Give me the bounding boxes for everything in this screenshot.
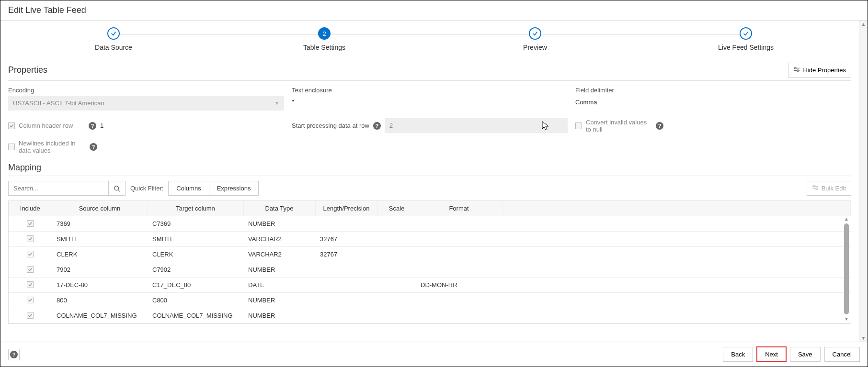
format-cell: [416, 308, 502, 323]
help-icon[interactable]: ?: [89, 122, 96, 130]
scroll-up-icon[interactable]: ▲: [843, 215, 850, 222]
dtype-cell: VARCHAR2: [243, 247, 315, 262]
text-enclosure-value: ": [292, 96, 568, 109]
text-enclosure-label: Text enclosure: [292, 87, 568, 94]
col-format[interactable]: Format: [416, 201, 502, 216]
svg-point-3: [797, 70, 799, 72]
column-header-row-checkbox[interactable]: [8, 122, 15, 129]
col-scale[interactable]: Scale: [377, 201, 416, 216]
wizard-stepper: Data Source 2 Table Settings Preview: [8, 21, 851, 60]
source-cell: SMITH: [52, 232, 148, 247]
bulk-edit-label: Bulk Edit: [822, 185, 846, 192]
filter-expressions-button[interactable]: Expressions: [209, 181, 259, 195]
start-row-label: Start processing data at row: [292, 122, 369, 129]
search-input[interactable]: [8, 181, 109, 196]
help-icon[interactable]: ?: [656, 122, 663, 130]
mapping-table: Include Source column Target column Data…: [9, 201, 851, 323]
include-checkbox[interactable]: [27, 312, 34, 319]
sliders-icon: [812, 184, 819, 192]
target-cell: SMITH: [148, 232, 243, 247]
step-preview-icon[interactable]: [529, 27, 541, 40]
scroll-thumb[interactable]: [844, 223, 849, 314]
step-table-settings-icon[interactable]: 2: [318, 27, 331, 40]
scale-cell: [377, 262, 416, 278]
col-source[interactable]: Source column: [52, 201, 148, 216]
col-target[interactable]: Target column: [148, 201, 243, 216]
table-scrollbar[interactable]: ▲ ▼: [843, 215, 850, 323]
bulk-edit-button[interactable]: Bulk Edit: [807, 181, 851, 196]
table-row[interactable]: SMITHSMITHVARCHAR232767: [9, 232, 851, 247]
dtype-cell: NUMBER: [243, 308, 315, 323]
source-cell: 7902: [52, 262, 148, 278]
target-cell: C7902: [148, 262, 243, 278]
dtype-cell: DATE: [243, 278, 315, 293]
format-cell: [416, 247, 502, 262]
hide-properties-label: Hide Properties: [803, 67, 846, 74]
source-cell: 17-DEC-80: [52, 278, 148, 293]
help-icon[interactable]: ?: [90, 143, 97, 151]
step-live-feed-label: Live Feed Settings: [718, 44, 774, 51]
source-cell: 800: [52, 293, 148, 308]
target-cell: C7369: [148, 216, 243, 232]
save-button[interactable]: Save: [790, 347, 821, 362]
col-dtype[interactable]: Data Type: [243, 201, 315, 216]
filter-columns-button[interactable]: Columns: [169, 181, 208, 195]
encoding-select[interactable]: US7ASCII - ASCII 7-bit American ▼: [8, 96, 284, 111]
scroll-up-icon[interactable]: ▲: [859, 21, 868, 28]
step-live-feed-icon[interactable]: [740, 27, 752, 40]
table-row[interactable]: CLERKCLERKVARCHAR232767: [9, 247, 851, 262]
target-cell: C800: [148, 293, 243, 308]
len-cell: [315, 216, 377, 232]
search-icon: [114, 185, 120, 192]
dtype-cell: NUMBER: [243, 293, 315, 308]
format-cell: [416, 262, 502, 278]
start-row-input[interactable]: [385, 118, 568, 133]
hide-properties-button[interactable]: Hide Properties: [788, 63, 851, 78]
table-row[interactable]: 7902C7902NUMBER: [9, 262, 851, 278]
col-include[interactable]: Include: [9, 201, 52, 216]
help-button[interactable]: ?: [8, 349, 20, 360]
source-cell: COLNAME_COL7_MISSING: [52, 308, 148, 323]
table-row[interactable]: COLNAME_COL7_MISSINGCOLNAME_COL7_MISSING…: [9, 308, 851, 323]
dtype-cell: NUMBER: [243, 216, 315, 232]
scroll-down-icon[interactable]: ▼: [859, 334, 868, 342]
back-button[interactable]: Back: [723, 347, 753, 362]
newlines-label: Newlines included in data values: [19, 140, 86, 154]
include-checkbox[interactable]: [27, 281, 34, 288]
format-cell: DD-MON-RR: [416, 278, 502, 293]
dtype-cell: VARCHAR2: [243, 232, 315, 247]
len-cell: 32767: [315, 232, 377, 247]
include-checkbox[interactable]: [27, 220, 34, 227]
table-row[interactable]: 800C800NUMBER: [9, 293, 851, 308]
search-button[interactable]: [109, 181, 126, 196]
next-button[interactable]: Next: [757, 347, 786, 362]
convert-null-checkbox[interactable]: [575, 122, 582, 129]
step-number: 2: [322, 30, 326, 37]
step-data-source-icon[interactable]: [107, 27, 120, 40]
step-table-settings-label: Table Settings: [303, 44, 345, 51]
include-checkbox[interactable]: [27, 235, 34, 242]
help-icon[interactable]: ?: [373, 122, 381, 130]
table-row[interactable]: 7369C7369NUMBER: [9, 216, 851, 232]
field-delimiter-value: Comma: [575, 96, 851, 109]
source-cell: 7369: [52, 216, 148, 232]
include-checkbox[interactable]: [27, 251, 34, 257]
cancel-button[interactable]: Cancel: [824, 347, 860, 362]
include-checkbox[interactable]: [27, 297, 34, 303]
chevron-down-icon: ▼: [274, 100, 279, 106]
scroll-down-icon[interactable]: ▼: [843, 315, 850, 323]
len-cell: 32767: [315, 247, 377, 262]
len-cell: [315, 262, 377, 278]
table-row[interactable]: 17-DEC-80C17_DEC_80DATEDD-MON-RR: [9, 278, 851, 293]
svg-line-5: [118, 189, 120, 191]
newlines-checkbox[interactable]: [8, 144, 15, 150]
include-checkbox[interactable]: [27, 266, 34, 273]
mapping-title: Mapping: [8, 163, 41, 173]
column-header-row-value: 1: [100, 122, 103, 129]
help-icon: ?: [10, 351, 18, 358]
dtype-cell: NUMBER: [243, 262, 315, 278]
col-len[interactable]: Length/Precision: [315, 201, 377, 216]
step-data-source-label: Data Source: [95, 44, 132, 51]
window-scrollbar[interactable]: ▲ ▼: [859, 21, 868, 342]
col-blank: [502, 201, 851, 216]
